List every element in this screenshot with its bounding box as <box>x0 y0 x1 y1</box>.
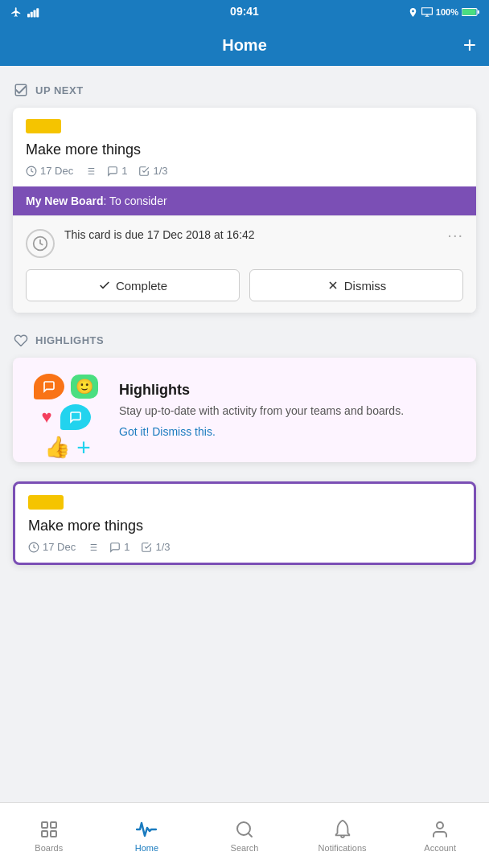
second-due-date: 17 Dec <box>28 541 76 553</box>
boards-nav-label: Boards <box>35 843 63 853</box>
notifications-nav-label: Notifications <box>318 843 367 853</box>
board-name: My New Board <box>26 194 103 207</box>
highlights-section-header: HIGHLIGHTS <box>13 332 476 348</box>
x-icon <box>327 279 339 292</box>
status-bar-time: 09:41 <box>230 5 259 18</box>
airplane-icon <box>10 6 23 18</box>
svg-rect-22 <box>42 822 47 828</box>
due-date: 17 Dec <box>26 165 73 177</box>
search-nav-icon <box>234 819 255 840</box>
notification-clock-icon <box>26 229 55 258</box>
status-bar: 09:41 100% <box>0 0 489 24</box>
nav-item-home[interactable]: Home <box>98 813 196 859</box>
comment-icon <box>107 166 118 177</box>
highlights-illustration: 🙂 ♥ 👍 + <box>26 374 106 446</box>
svg-rect-24 <box>42 831 47 837</box>
second-card-color-label <box>28 495 64 510</box>
home-nav-icon <box>136 819 157 840</box>
signal-icon <box>27 7 42 18</box>
svg-rect-25 <box>51 831 56 837</box>
up-next-label: UP NEXT <box>35 84 84 96</box>
svg-rect-1 <box>31 11 33 17</box>
svg-rect-3 <box>36 8 39 17</box>
highlights-description: Stay up-to-date with activity from your … <box>119 403 404 420</box>
chat-bubble-teal <box>60 404 91 430</box>
second-description-meta <box>87 542 98 553</box>
emoji-bubble-green: 🙂 <box>71 375 98 399</box>
svg-rect-6 <box>478 10 479 14</box>
board-list: To consider <box>109 194 167 207</box>
thumbsup-icon: 👍 <box>44 435 70 460</box>
second-card-inner[interactable]: Make more things 17 Dec <box>15 484 474 563</box>
clock-meta-icon-2 <box>28 542 39 553</box>
nav-item-account[interactable]: Account <box>391 813 489 859</box>
second-card-title: Make more things <box>28 518 461 534</box>
nav-item-search[interactable]: Search <box>195 813 294 859</box>
nav-item-boards[interactable]: Boards <box>0 813 98 859</box>
checklist-icon-2 <box>141 542 152 553</box>
highlights-label: HIGHLIGHTS <box>35 334 104 346</box>
header-title: Home <box>222 36 267 55</box>
account-nav-label: Account <box>424 843 456 853</box>
svg-rect-0 <box>27 14 30 18</box>
more-options-button[interactable]: ··· <box>447 226 463 244</box>
svg-line-27 <box>249 833 252 836</box>
checkmark-icon <box>98 279 111 292</box>
notification-box: This card is due 17 Dec 2018 at 16:42 ··… <box>13 215 476 313</box>
highlights-card: 🙂 ♥ 👍 + Highlights Stay up-to-date with … <box>13 358 476 462</box>
up-next-section-header: UP NEXT <box>13 82 476 98</box>
battery-icon <box>462 7 479 17</box>
highlights-title: Highlights <box>119 382 404 399</box>
status-bar-left <box>10 6 42 18</box>
chat-bubble-orange <box>34 374 64 399</box>
svg-point-28 <box>437 822 443 829</box>
main-content: UP NEXT Make more things 17 Dec <box>0 66 489 637</box>
second-card-partial[interactable]: Make more things 17 Dec <box>13 481 476 565</box>
notification-text: This card is due 17 Dec 2018 at 16:42 <box>64 227 438 244</box>
comments-meta: 1 <box>107 165 127 177</box>
up-next-card: Make more things 17 Dec <box>13 108 476 313</box>
second-checklist-meta: 1/3 <box>141 541 170 553</box>
boards-nav-icon <box>39 819 60 840</box>
nav-item-notifications[interactable]: Notifications <box>294 813 392 859</box>
description-meta <box>84 166 96 177</box>
home-nav-label: Home <box>135 843 158 853</box>
dismiss-button[interactable]: Dismiss <box>249 269 463 301</box>
highlights-text: Highlights Stay up-to-date with activity… <box>119 382 404 439</box>
complete-button[interactable]: Complete <box>26 269 240 301</box>
search-nav-label: Search <box>231 843 259 853</box>
notifications-nav-icon <box>332 819 353 840</box>
highlights-dismiss-link[interactable]: Got it! Dismiss this. <box>119 425 404 438</box>
battery-percent: 100% <box>436 7 458 17</box>
heart-section-icon <box>13 332 29 348</box>
account-nav-icon <box>429 819 450 840</box>
action-buttons: Complete Dismiss <box>26 269 463 301</box>
heart-icon: ♥ <box>41 407 51 428</box>
header: Home + <box>0 24 489 66</box>
status-bar-right: 100% <box>408 7 479 18</box>
svg-rect-2 <box>34 10 36 17</box>
card-meta: 17 Dec 1 <box>26 165 463 177</box>
plus-icon-teal: + <box>76 436 91 460</box>
add-button[interactable]: + <box>463 34 476 56</box>
clock-meta-icon <box>26 166 37 177</box>
list-icon-2 <box>87 542 98 553</box>
card-inner[interactable]: Make more things 17 Dec <box>13 108 476 186</box>
checklist-icon <box>138 166 150 177</box>
screen-mirror-icon <box>421 7 433 17</box>
second-comments-meta: 1 <box>109 541 129 553</box>
location-icon <box>408 7 418 18</box>
notification-row: This card is due 17 Dec 2018 at 16:42 ··… <box>26 227 463 258</box>
card-color-label <box>26 119 61 133</box>
checkbox-icon <box>13 82 29 98</box>
svg-rect-23 <box>51 822 56 828</box>
list-icon <box>84 166 96 177</box>
card-title: Make more things <box>26 141 463 158</box>
comment-icon-2 <box>109 542 121 553</box>
card-board-label: My New Board: To consider <box>13 186 476 215</box>
second-card-meta: 17 Dec 1 <box>28 541 461 553</box>
checklist-meta: 1/3 <box>138 165 167 177</box>
bottom-nav: Boards Home Search Notifications <box>0 802 489 868</box>
svg-rect-5 <box>462 9 476 14</box>
